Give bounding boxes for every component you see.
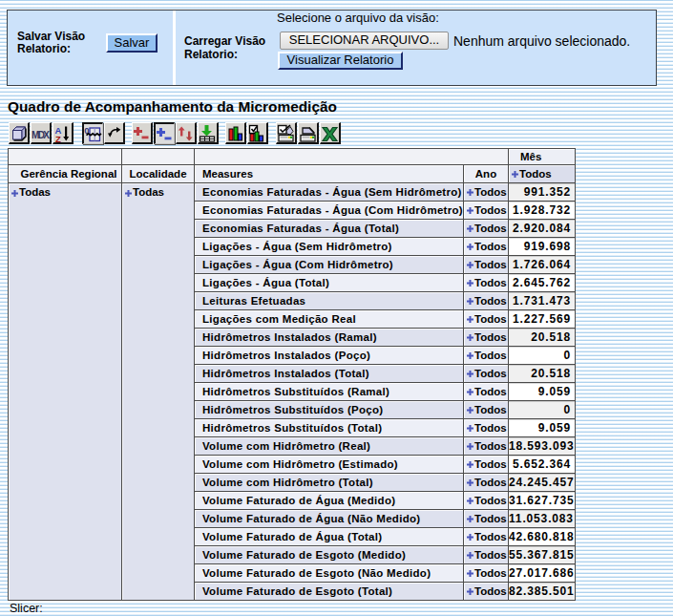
- svg-text:MDX: MDX: [32, 130, 50, 140]
- svg-text:Z: Z: [55, 134, 61, 144]
